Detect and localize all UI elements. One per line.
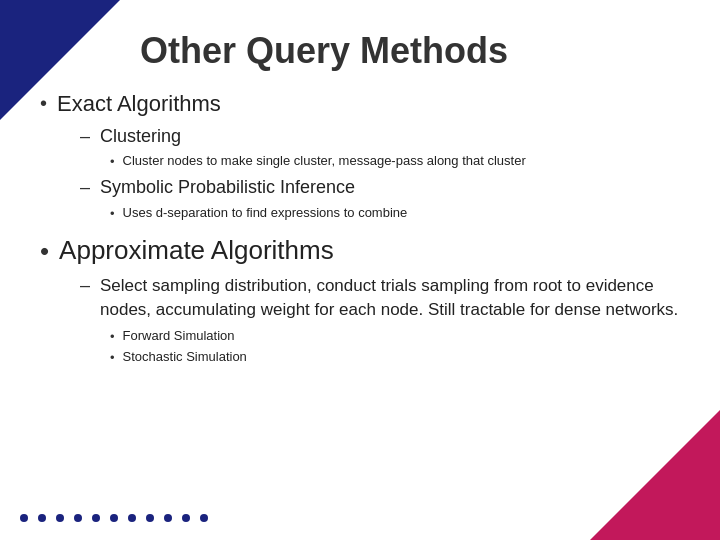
dash-marker: – [80,275,90,296]
dot [56,514,64,522]
subsection-clustering: – Clustering • Cluster nodes to make sin… [40,125,680,171]
subsection-spi: – Symbolic Probabilistic Inference • Use… [40,176,680,222]
bullet-stochastic-sim: • Stochastic Simulation [110,348,680,366]
section-approximate-algorithms: • Approximate Algorithms – Select sampli… [40,234,680,370]
bullet-spi-detail: • Uses d-separation to find expressions … [110,204,680,222]
sub-bullet-marker: • [110,350,115,365]
clustering-detail-text: Cluster nodes to make single cluster, me… [123,152,526,170]
dot [182,514,190,522]
dot [38,514,46,522]
bullet-spi: – Symbolic Probabilistic Inference [80,176,680,199]
bullet-forward-sim: • Forward Simulation [110,327,680,345]
dash-marker: – [80,177,90,198]
dot [200,514,208,522]
approximate-algorithms-label: Approximate Algorithms [59,234,334,268]
dots-decoration [20,514,208,522]
bullet-exact-algorithms: • Exact Algorithms [40,90,680,119]
dot [110,514,118,522]
bullet-approximate-algorithms: • Approximate Algorithms [40,234,680,268]
dash-marker: – [80,126,90,147]
bullet-clustering: – Clustering [80,125,680,148]
bullet-clustering-detail: • Cluster nodes to make single cluster, … [110,152,680,170]
bullet-sampling: – Select sampling distribution, conduct … [80,274,680,323]
spi-label: Symbolic Probabilistic Inference [100,176,355,199]
corner-decoration-bottomright [590,410,720,540]
spi-detail-text: Uses d-separation to find expressions to… [123,204,408,222]
dot [92,514,100,522]
clustering-label: Clustering [100,125,181,148]
corner-decoration-topleft [0,0,120,120]
dot [128,514,136,522]
subsection-sampling: – Select sampling distribution, conduct … [40,274,680,367]
sub-bullet-marker: • [110,154,115,169]
forward-sim-text: Forward Simulation [123,327,235,345]
page-title: Other Query Methods [140,30,680,72]
bullet-l1-marker: • [40,236,49,267]
stochastic-sim-text: Stochastic Simulation [123,348,247,366]
dot [20,514,28,522]
dot [146,514,154,522]
dot [74,514,82,522]
dot [164,514,172,522]
sub-bullet-marker: • [110,206,115,221]
section-exact-algorithms: • Exact Algorithms – Clustering • Cluste… [40,90,680,226]
sub-bullet-marker: • [110,329,115,344]
sampling-label: Select sampling distribution, conduct tr… [100,274,680,323]
